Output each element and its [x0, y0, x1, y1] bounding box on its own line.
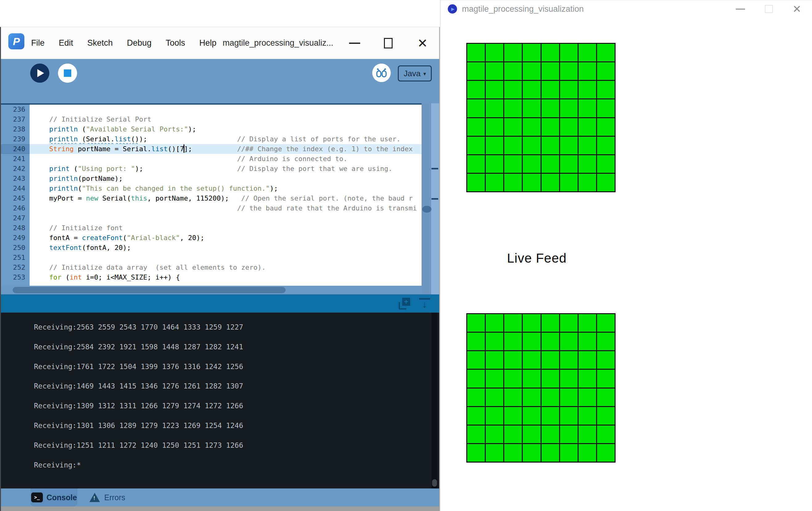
code-line-253[interactable]: 253 for (int i=0; i<MAX_SIZE; i++) { — [1, 272, 439, 283]
sketch-minimize-button[interactable] — [731, 0, 750, 18]
tile-cell — [560, 62, 578, 80]
scroll-to-bottom-icon[interactable]: ↓ — [419, 298, 431, 309]
tile-cell — [504, 426, 522, 443]
tile-cell — [542, 81, 559, 99]
code-line-247[interactable]: 247 — [1, 213, 439, 223]
sketch-close-button[interactable]: ✕ — [788, 0, 806, 18]
tile-cell — [579, 62, 596, 80]
tile-cell — [560, 407, 578, 425]
console-output[interactable]: Receiving:2563 2559 2543 1770 1464 1333 … — [1, 313, 439, 488]
tile-cell — [467, 155, 485, 173]
tile-cell — [504, 118, 522, 136]
tile-cell — [542, 44, 559, 61]
tab-console[interactable]: >_ Console — [31, 488, 78, 506]
tile-cell — [523, 351, 540, 369]
tile-cell — [542, 333, 559, 350]
code-editor[interactable]: 236237 // Initialize Serial Port238 prin… — [1, 103, 439, 286]
code-line-244[interactable]: 244 println("This can be changed in the … — [1, 184, 439, 193]
tile-cell — [523, 155, 540, 173]
tile-cell — [523, 137, 540, 154]
ide-maximize-button[interactable] — [377, 27, 399, 59]
tile-cell — [486, 62, 503, 80]
code-text: myPort = new Serial(this, portName, 1152… — [30, 193, 439, 203]
line-number: 253 — [1, 272, 30, 283]
console-scrollbar-track[interactable] — [431, 313, 438, 488]
code-line-239[interactable]: 239 println (Serial.list()); // Display … — [1, 134, 439, 144]
tile-cell — [523, 388, 540, 406]
code-text: println(portName); — [30, 174, 439, 184]
minimize-icon — [736, 9, 745, 9]
tile-cell — [560, 118, 578, 136]
tile-cell — [560, 155, 578, 173]
minimize-icon — [349, 43, 360, 44]
console-header-band: + ↓ — [1, 294, 439, 313]
tile-cell — [467, 426, 485, 443]
menu-tools[interactable]: Tools — [166, 38, 185, 48]
code-line-236[interactable]: 236 — [1, 105, 439, 114]
line-number: 240 — [1, 144, 30, 154]
menu-help[interactable]: Help — [199, 38, 216, 48]
code-line-241[interactable]: 241 // Arduino is connected to. — [1, 154, 439, 164]
code-line-238[interactable]: 238 println ("Available Serial Ports:"); — [1, 124, 439, 134]
editor-vertical-scrollbar[interactable] — [422, 103, 431, 294]
play-icon — [37, 69, 44, 77]
tile-cell — [486, 314, 503, 332]
tile-cell — [486, 426, 503, 443]
scrollbar-position-dot[interactable] — [422, 206, 431, 213]
code-line-245[interactable]: 245 myPort = new Serial(this, portName, … — [1, 193, 439, 203]
tile-cell — [560, 444, 578, 462]
code-line-251[interactable]: 251 — [1, 253, 439, 263]
code-line-248[interactable]: 248 // Initialize font — [1, 223, 439, 233]
run-button[interactable] — [30, 63, 49, 83]
sketch-maximize-button[interactable] — [760, 0, 778, 18]
tile-cell — [504, 407, 522, 425]
mode-selector-java[interactable]: Java ▾ — [398, 65, 432, 81]
tile-cell — [597, 370, 615, 387]
code-line-240[interactable]: 240 String portName = Serial.list()[7]; … — [1, 144, 439, 154]
code-line-243[interactable]: 243 println(portName); — [1, 174, 439, 184]
code-text: println ("Available Serial Ports:"); — [30, 124, 439, 134]
debug-button[interactable] — [372, 63, 391, 82]
menu-sketch[interactable]: Sketch — [87, 38, 113, 48]
tile-cell — [504, 81, 522, 99]
code-line-252[interactable]: 252 // Initialize data array (set all el… — [1, 263, 439, 272]
tile-cell — [486, 137, 503, 154]
stop-button[interactable] — [58, 63, 77, 83]
editor-horizontal-scrollbar[interactable] — [1, 286, 422, 294]
menu-debug[interactable]: Debug — [127, 38, 152, 48]
tile-cell — [560, 333, 578, 350]
line-number: 245 — [1, 193, 30, 203]
horizontal-scrollbar-thumb[interactable] — [12, 287, 286, 293]
tile-cell — [504, 370, 522, 387]
menu-file[interactable]: File — [31, 38, 45, 48]
footer-tab-strip: >_ Console ! Errors — [1, 488, 439, 506]
copy-console-icon[interactable]: + — [398, 297, 411, 310]
console-scrollbar-handle[interactable] — [432, 479, 437, 487]
menu-edit[interactable]: Edit — [59, 38, 74, 48]
close-icon: ✕ — [417, 37, 428, 49]
tab-errors[interactable]: ! Errors — [89, 488, 125, 506]
code-text: for (int i=0; i<MAX_SIZE; i++) { — [30, 272, 439, 283]
tile-cell — [579, 155, 596, 173]
tile-cell — [467, 407, 485, 425]
chevron-down-icon: ▾ — [424, 71, 426, 77]
tile-cell — [597, 44, 615, 61]
code-line-242[interactable]: 242 print ("Using port: "); // Display t… — [1, 164, 439, 174]
tile-cell — [486, 351, 503, 369]
code-line-246[interactable]: 246 // the baud rate that the Arduino is… — [1, 203, 439, 213]
code-line-237[interactable]: 237 // Initialize Serial Port — [1, 114, 439, 124]
tile-cell — [579, 99, 596, 117]
ide-close-button[interactable]: ✕ — [412, 27, 433, 59]
code-text — [30, 105, 439, 114]
ide-minimize-button[interactable] — [344, 27, 366, 59]
sketch-titlebar: ▶ magtile_processing_visualization ✕ — [440, 0, 812, 18]
tile-cell — [560, 174, 578, 191]
code-line-249[interactable]: 249 fontA = createFont("Arial-black", 20… — [1, 233, 439, 243]
tile-cell — [486, 99, 503, 117]
code-text — [30, 213, 439, 223]
code-line-250[interactable]: 250 textFont(fontA, 20); — [1, 243, 439, 253]
tile-cell — [560, 426, 578, 443]
tile-cell — [597, 99, 615, 117]
tile-cell — [579, 118, 596, 136]
maximize-icon — [765, 5, 773, 13]
